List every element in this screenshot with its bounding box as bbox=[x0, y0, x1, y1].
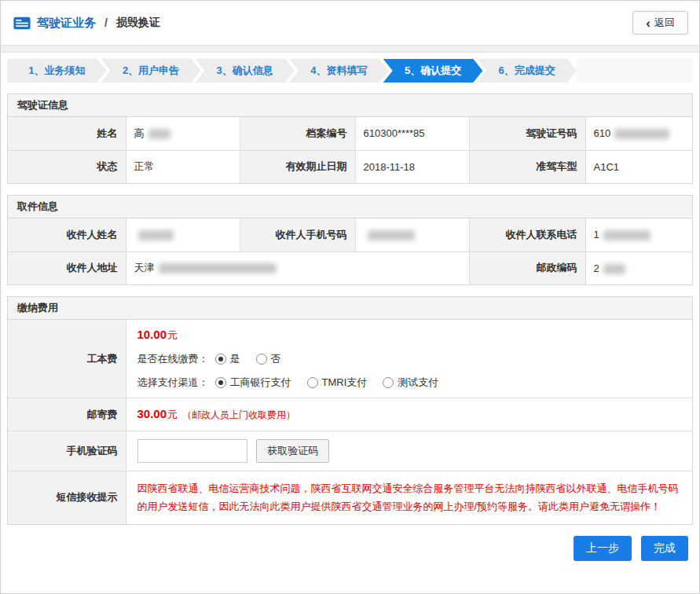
redacted-value bbox=[159, 263, 277, 273]
field-label: 邮寄费 bbox=[8, 398, 126, 431]
radio-label: 否 bbox=[271, 352, 281, 366]
radio-label: 是 bbox=[230, 352, 240, 366]
field-label: 收件人姓名 bbox=[8, 218, 126, 251]
fee-unit: 元 bbox=[167, 409, 178, 420]
section-title: 驾驶证信息 bbox=[8, 94, 692, 117]
field-label: 收件人手机号码 bbox=[240, 218, 355, 251]
field-value: 2 bbox=[585, 251, 692, 284]
field-label: 短信接收提示 bbox=[8, 471, 126, 524]
step-4-fill-form[interactable]: 4、资料填写 bbox=[289, 59, 389, 82]
pickup-info-table: 收件人姓名 收件人手机号码 收件人联系电话 1 收件人地址 天津 邮政编码 2 bbox=[8, 218, 692, 284]
back-button-label: 返回 bbox=[654, 16, 675, 30]
table-row: 工本费 10.00元 是否在线缴费： 是 否 bbox=[8, 320, 692, 398]
field-label: 手机验证码 bbox=[8, 431, 126, 471]
table-row: 短信接收提示 因陕西省联通、电信运营商技术问题，陕西省互联网交通安全综合服务管理… bbox=[8, 471, 692, 524]
section-title: 缴纳费用 bbox=[8, 297, 692, 320]
radio-channel-test[interactable]: 测试支付 bbox=[383, 376, 438, 390]
field-label: 档案编号 bbox=[240, 117, 355, 150]
step-label: 1、业务须知 bbox=[28, 64, 85, 78]
status-value: 正常 bbox=[134, 160, 155, 172]
sms-notice-text: 因陕西省联通、电信运营商技术问题，陕西省互联网交通安全综合服务管理平台无法向持陕… bbox=[137, 479, 682, 516]
field-value: 天津 bbox=[126, 251, 469, 284]
captcha-cell: 获取验证码 bbox=[126, 431, 692, 471]
radio-channel-icbc[interactable]: 工商银行支付 bbox=[215, 376, 291, 390]
step-5-confirm-submit[interactable]: 5、确认提交 bbox=[383, 59, 483, 82]
field-value bbox=[355, 218, 469, 251]
back-chevron-icon: ‹ bbox=[646, 16, 651, 30]
page-subtitle: 损毁换证 bbox=[116, 16, 160, 30]
redacted-value bbox=[603, 230, 651, 240]
step-nav-spacer bbox=[577, 59, 693, 82]
field-label: 状态 bbox=[8, 150, 126, 183]
field-label: 驾驶证号码 bbox=[469, 117, 585, 150]
radio-online-no[interactable]: 否 bbox=[256, 352, 281, 366]
back-button[interactable]: ‹ 返回 bbox=[632, 11, 688, 35]
field-label: 工本费 bbox=[8, 320, 126, 398]
breadcrumb-separator: / bbox=[104, 16, 108, 29]
field-value: 610 bbox=[585, 117, 692, 150]
table-row: 姓名 高 档案编号 610300****85 驾驶证号码 610 bbox=[8, 117, 692, 150]
field-value: 2018-11-18 bbox=[355, 150, 469, 183]
field-label: 收件人地址 bbox=[8, 251, 126, 284]
license-info-table: 姓名 高 档案编号 610300****85 驾驶证号码 610 状态 正常 有… bbox=[8, 117, 692, 183]
header: 驾驶证业务 / 损毁换证 ‹ 返回 bbox=[1, 1, 699, 45]
captcha-input[interactable] bbox=[137, 439, 247, 463]
phone-value: 1 bbox=[594, 229, 599, 240]
field-label: 有效期止日期 bbox=[240, 150, 355, 183]
radio-icon bbox=[383, 377, 394, 388]
license-info-panel: 驾驶证信息 姓名 高 档案编号 610300****85 驾驶证号码 610 状… bbox=[7, 94, 693, 184]
table-row: 手机验证码 获取验证码 bbox=[8, 431, 692, 471]
previous-step-button[interactable]: 上一步 bbox=[574, 536, 632, 561]
fee-amount: 10.00 bbox=[137, 328, 167, 341]
payment-panel: 缴纳费用 工本费 10.00元 是否在线缴费： 是 bbox=[7, 296, 693, 525]
finish-button[interactable]: 完成 bbox=[641, 536, 688, 561]
footer-actions: 上一步 完成 bbox=[1, 536, 688, 561]
step-nav: 1、业务须知 2、用户申告 3、确认信息 4、资料填写 5、确认提交 6、完成提… bbox=[7, 59, 693, 82]
get-captcha-button[interactable]: 获取验证码 bbox=[256, 439, 329, 463]
step-label: 2、用户申告 bbox=[123, 64, 179, 78]
step-2-declare[interactable]: 2、用户申告 bbox=[101, 59, 201, 82]
radio-label: 测试支付 bbox=[398, 376, 438, 390]
sms-notice-cell: 因陕西省联通、电信运营商技术问题，陕西省互联网交通安全综合服务管理平台无法向持陕… bbox=[126, 471, 692, 524]
production-fee-cell: 10.00元 是否在线缴费： 是 否 选择支 bbox=[126, 320, 692, 398]
mail-fee-cell: 30.00元（邮政人员上门收取费用） bbox=[126, 398, 692, 431]
header-divider bbox=[1, 45, 699, 53]
pay-channel-options: 选择支付渠道： 工商银行支付 TMRI支付 测试支付 bbox=[137, 376, 682, 390]
field-label: 姓名 bbox=[8, 117, 126, 150]
mail-fee-note: （邮政人员上门收取费用） bbox=[182, 409, 295, 420]
step-1-notice[interactable]: 1、业务须知 bbox=[7, 59, 107, 82]
field-label: 准驾车型 bbox=[469, 150, 585, 183]
online-pay-options: 是否在线缴费： 是 否 bbox=[137, 352, 682, 366]
step-label: 4、资料填写 bbox=[310, 64, 367, 78]
radio-icon bbox=[256, 354, 267, 365]
field-label: 收件人联系电话 bbox=[469, 218, 585, 251]
radio-label: TMRI支付 bbox=[322, 376, 368, 390]
vehicle-value: A1C1 bbox=[594, 161, 620, 173]
redacted-value bbox=[603, 264, 625, 274]
radio-channel-tmri[interactable]: TMRI支付 bbox=[307, 376, 368, 390]
step-3-confirm-info[interactable]: 3、确认信息 bbox=[195, 59, 295, 82]
postcode-value: 2 bbox=[594, 262, 599, 274]
table-row: 收件人地址 天津 邮政编码 2 bbox=[8, 251, 692, 284]
breadcrumb: 驾驶证业务 / 损毁换证 bbox=[13, 16, 160, 31]
radio-online-yes[interactable]: 是 bbox=[215, 352, 240, 366]
step-label: 5、确认提交 bbox=[405, 64, 461, 78]
page: 驾驶证业务 / 损毁换证 ‹ 返回 1、业务须知 2、用户申告 3、确认信息 4… bbox=[0, 0, 700, 594]
license-doc-icon bbox=[13, 16, 31, 30]
redacted-value bbox=[368, 230, 415, 240]
pay-channel-question: 选择支付渠道： bbox=[137, 376, 209, 390]
table-row: 收件人姓名 收件人手机号码 收件人联系电话 1 bbox=[8, 218, 692, 251]
field-value: 610300****85 bbox=[355, 117, 469, 150]
field-value: 高 bbox=[126, 117, 240, 150]
redacted-value bbox=[138, 230, 174, 240]
online-pay-question: 是否在线缴费： bbox=[137, 352, 209, 366]
radio-icon bbox=[307, 377, 318, 388]
step-6-done[interactable]: 6、完成提交 bbox=[477, 59, 577, 82]
production-fee-amount: 10.00元 bbox=[137, 328, 682, 343]
field-value bbox=[126, 218, 240, 251]
field-label: 邮政编码 bbox=[469, 251, 585, 284]
payment-table: 工本费 10.00元 是否在线缴费： 是 否 bbox=[8, 320, 692, 524]
redacted-value bbox=[614, 129, 669, 139]
file-no-value: 610300****85 bbox=[364, 127, 425, 139]
section-title: 取件信息 bbox=[8, 196, 692, 218]
